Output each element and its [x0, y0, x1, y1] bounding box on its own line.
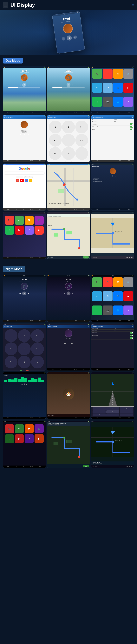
bt-music-controls[interactable]: ⏮ ⏸ ⏭ — [20, 134, 29, 136]
m-note[interactable]: ♪ — [68, 209, 68, 210]
night-car-maps[interactable]: 🗺 — [24, 424, 34, 433]
nm-star-1[interactable]: ☆ — [16, 320, 17, 322]
night-road-btn-1[interactable]: ↖ — [92, 407, 106, 410]
night-bt-music-close[interactable]: ✕ — [88, 326, 89, 327]
bb-music[interactable]: ♪ — [23, 112, 24, 113]
app-podcast[interactable]: 🎙 — [124, 97, 133, 106]
night-call-btn[interactable]: 📞 — [19, 370, 23, 371]
night-prev-2[interactable]: ⏮ — [64, 292, 65, 294]
ncp-star[interactable]: ☆ — [16, 466, 17, 467]
g-apts[interactable]: APTS — [30, 209, 33, 210]
nbs-dial[interactable]: DIAL — [96, 369, 98, 370]
bb-apts-a[interactable]: APTS — [119, 112, 121, 113]
bb-dial-2[interactable]: DIAL — [52, 112, 54, 113]
bt-call-close[interactable]: ✕ — [88, 117, 89, 118]
nav-go-btn[interactable]: GO — [83, 256, 89, 258]
cp-aps[interactable]: APS — [39, 258, 41, 258]
night-nav2-play[interactable]: ▶ — [129, 465, 130, 467]
google-lucky-btn[interactable]: I'm Feeling Lucky — [24, 176, 33, 178]
night-eq-prev[interactable]: ⏮ — [21, 383, 23, 385]
dial-4[interactable]: 4→ — [49, 134, 62, 147]
dial-1[interactable]: 1 — [49, 120, 62, 134]
neq-dial[interactable]: DIAL — [7, 418, 10, 418]
night-app-spotify[interactable]: ♫ — [92, 306, 102, 315]
app-phone[interactable]: 📞 — [92, 69, 102, 78]
sm-aps[interactable]: APS — [128, 209, 130, 210]
bt-play[interactable]: ⏸ — [23, 134, 25, 136]
nm-dial-1[interactable]: DIAL — [7, 320, 10, 322]
night-app-netflix[interactable]: ▶ — [124, 291, 133, 301]
nf-aps[interactable]: APS — [84, 418, 86, 418]
car-podcast[interactable]: 🎙 — [24, 226, 34, 235]
g-aps[interactable]: APS — [39, 209, 41, 210]
nbs-star[interactable]: ☆ — [104, 369, 105, 370]
car-messages[interactable]: ✉ — [15, 216, 24, 225]
night-dial-6[interactable]: 6→ — [31, 342, 44, 355]
nm-apts-1[interactable]: APTS — [30, 320, 33, 322]
night-dial-2[interactable]: 2 — [18, 329, 31, 342]
app-bt[interactable]: 🔵 — [113, 83, 123, 92]
sm-dial[interactable]: DIAL — [96, 209, 98, 210]
social-file-1[interactable]: • 华东_2FFEE.mp3 — [92, 178, 133, 179]
night-prev-1[interactable]: ⏮ — [19, 292, 21, 294]
night-app-phone[interactable]: 📞 — [92, 278, 102, 287]
night-eq-play[interactable]: ⏸ — [23, 383, 25, 385]
nbm-aps[interactable]: APS — [84, 369, 86, 370]
night-bt-prev[interactable]: ⏮ — [64, 342, 66, 344]
nm-apts-2[interactable]: APTS — [74, 320, 77, 322]
g-app-maps[interactable]: 📍Maps — [24, 179, 28, 184]
car-music2[interactable]: 🎵 — [34, 216, 44, 225]
cp-apts[interactable]: APTS — [30, 258, 33, 258]
prev-btn-2[interactable]: ⏮ — [64, 84, 65, 86]
nm-star-2[interactable]: ☆ — [60, 320, 61, 322]
bs-apts[interactable]: APTS — [119, 160, 121, 162]
night-app-telegram[interactable]: ✈ — [92, 291, 102, 301]
night-car-phone[interactable]: 📞 — [5, 424, 14, 433]
nbs-apts[interactable]: APTS — [119, 369, 121, 370]
bb-aps-a[interactable]: APS — [128, 112, 130, 113]
nf-apts[interactable]: APTS — [74, 418, 77, 418]
night-app-bt[interactable]: 🔵 — [113, 291, 123, 301]
app-photos[interactable]: 🖼 — [113, 69, 123, 78]
app-telegram[interactable]: ✈ — [92, 83, 102, 92]
ncp-aps[interactable]: APS — [39, 466, 41, 467]
ncp-dial[interactable]: DIAL — [7, 466, 10, 467]
night-bt-auto-connect-toggle[interactable] — [130, 334, 133, 336]
night-nav-go-btn[interactable]: GO — [83, 465, 89, 467]
neq-apts[interactable]: APTS — [30, 418, 33, 418]
neq-note[interactable]: ♪ — [23, 418, 24, 418]
night-app-safari[interactable]: 🌐 — [113, 306, 123, 315]
night-nav-map[interactable] — [47, 426, 90, 464]
nr-note[interactable]: ♪ — [112, 418, 112, 418]
night-bt-next[interactable]: ⏭ — [71, 342, 73, 344]
night-nav2-next[interactable]: ⏭ — [131, 465, 133, 467]
google-search-btn[interactable]: Google Search — [16, 176, 23, 178]
app-netflix[interactable]: ▶ — [124, 83, 133, 92]
night-bt-music-controls[interactable]: ⏮ ⏸ ⏭ — [64, 342, 73, 344]
night-end-call-btn[interactable]: 📵 — [25, 370, 30, 371]
bm-dial[interactable]: DIAL — [7, 160, 10, 162]
night-play-2[interactable]: ⏸ — [66, 292, 70, 296]
nm-note-1[interactable]: ♪ — [23, 320, 24, 322]
bb-music-2[interactable]: ♪ — [68, 112, 68, 113]
bm-aps[interactable]: APS — [39, 160, 41, 162]
g-app-yt[interactable]: ▶YouTube — [20, 179, 24, 184]
night-controls-1[interactable]: ⏮ ⏸ ⏭ — [19, 292, 29, 296]
m-aps[interactable]: APS — [84, 209, 86, 210]
dial-5[interactable]: 5 — [62, 134, 75, 147]
night-app-waze[interactable]: 🗺 — [102, 291, 112, 301]
social-next[interactable]: ⏭ — [114, 175, 116, 177]
night-dial-5[interactable]: 5 — [18, 342, 31, 355]
dial-2[interactable]: 2 — [62, 120, 75, 134]
sm-star[interactable]: ☆ — [104, 209, 105, 210]
end-call-btn[interactable]: 📵 — [70, 162, 74, 162]
m-dial[interactable]: DIAL — [52, 209, 54, 210]
night-bt-power-toggle[interactable] — [130, 337, 133, 339]
night-road-btn-4[interactable]: ← — [92, 410, 106, 413]
bb-apts[interactable]: APTS — [30, 112, 33, 113]
night-app-podcast[interactable]: 🎙 — [124, 306, 133, 315]
g-app-drive[interactable]: △Drive — [29, 179, 32, 184]
nm-note-2[interactable]: ♪ — [68, 320, 68, 322]
bb-aps-2[interactable]: APS — [84, 112, 86, 113]
hero-next-btn[interactable]: ⏭ — [73, 35, 77, 39]
